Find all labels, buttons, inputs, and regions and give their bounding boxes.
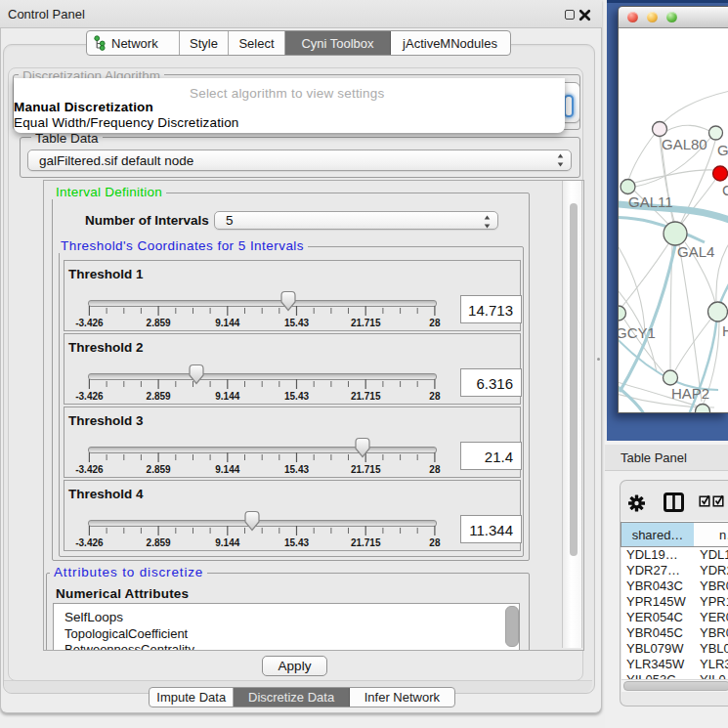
svg-text:GAL11: GAL11 — [628, 193, 673, 210]
svg-text:GAL80: GAL80 — [662, 136, 707, 152]
svg-text:G: G — [717, 142, 728, 158]
svg-text:C: C — [722, 182, 728, 198]
svg-text:H: H — [722, 322, 728, 339]
svg-text:HAP2: HAP2 — [671, 385, 709, 402]
svg-text:GAL4: GAL4 — [677, 243, 714, 260]
svg-text:GCY1: GCY1 — [619, 324, 656, 341]
